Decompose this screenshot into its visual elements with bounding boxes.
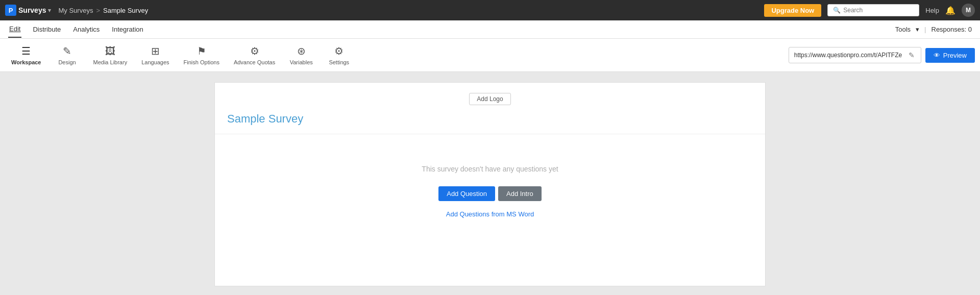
survey-header: Add Logo Sample Survey — [215, 83, 765, 134]
toolbar-design[interactable]: ✎ Design — [50, 42, 85, 68]
search-input[interactable] — [843, 7, 915, 14]
action-buttons: Add Question Add Intro — [438, 186, 542, 201]
toolbar-quotas-label: Advance Quotas — [234, 59, 275, 65]
toolbar-variables[interactable]: ⊛ Variables — [283, 42, 319, 68]
survey-container: Add Logo Sample Survey This survey doesn… — [214, 82, 766, 286]
breadcrumb-separator: > — [96, 7, 100, 14]
variables-icon: ⊛ — [297, 45, 306, 57]
bell-icon[interactable]: 🔔 — [945, 6, 955, 15]
toolbar-settings-label: Settings — [329, 59, 349, 65]
toolbar-languages[interactable]: ⊞ Languages — [135, 42, 175, 68]
ms-word-link[interactable]: Add Questions from MS Word — [446, 210, 534, 218]
top-nav-right: Upgrade Now 🔍 Help 🔔 M — [764, 4, 975, 17]
add-question-button[interactable]: Add Question — [438, 186, 495, 201]
toolbar-design-label: Design — [58, 59, 76, 65]
languages-icon: ⊞ — [151, 45, 160, 57]
toolbar-variables-label: Variables — [290, 59, 313, 65]
top-nav: P Surveys ▾ My Surveys > Sample Survey U… — [0, 0, 980, 20]
add-intro-button[interactable]: Add Intro — [498, 186, 542, 201]
toolbar-workspace[interactable]: ☰ Workspace — [5, 42, 47, 68]
responses-count: Responses: 0 — [932, 26, 972, 33]
media-library-icon: 🖼 — [105, 45, 115, 57]
nav-distribute[interactable]: Distribute — [32, 21, 62, 37]
edit-url-button[interactable]: ✎ — [908, 50, 916, 60]
finish-options-icon: ⚑ — [197, 45, 206, 57]
toolbar-settings[interactable]: ⚙ Settings — [321, 42, 357, 68]
main-content: Add Logo Sample Survey This survey doesn… — [0, 72, 980, 295]
search-box: 🔍 — [827, 4, 919, 16]
add-logo-button[interactable]: Add Logo — [469, 93, 510, 105]
toolbar-right: https://www.questionpro.com/t/APITFZe ✎ … — [789, 47, 975, 63]
upgrade-button[interactable]: Upgrade Now — [764, 4, 821, 17]
url-bar: https://www.questionpro.com/t/APITFZe ✎ — [789, 47, 921, 63]
survey-body: This survey doesn't have any questions y… — [215, 134, 765, 238]
toolbar-media-library[interactable]: 🖼 Media Library — [87, 42, 134, 68]
toolbar: ☰ Workspace ✎ Design 🖼 Media Library ⊞ L… — [0, 39, 980, 72]
chevron-down-icon: ▾ — [916, 26, 919, 33]
secondary-nav: Edit Distribute Analytics Integration To… — [0, 20, 980, 39]
toolbar-languages-label: Languages — [141, 59, 169, 65]
nav-integration[interactable]: Integration — [111, 21, 144, 37]
breadcrumb-parent[interactable]: My Surveys — [58, 7, 93, 14]
toolbar-finish-options[interactable]: ⚑ Finish Options — [178, 42, 226, 68]
breadcrumb: My Surveys > Sample Survey — [58, 7, 148, 14]
app-chevron-icon: ▾ — [48, 7, 51, 14]
empty-message: This survey doesn't have any questions y… — [422, 165, 558, 173]
toolbar-advance-quotas[interactable]: ⚙ Advance Quotas — [228, 42, 281, 68]
sec-nav-right: Tools ▾ | Responses: 0 — [895, 26, 972, 33]
design-icon: ✎ — [63, 45, 71, 57]
advance-quotas-icon: ⚙ — [250, 45, 259, 57]
settings-icon: ⚙ — [334, 45, 344, 57]
app-name: Surveys — [18, 6, 46, 14]
eye-icon: 👁 — [934, 52, 940, 59]
avatar[interactable]: M — [962, 4, 975, 17]
survey-url: https://www.questionpro.com/t/APITFZe — [794, 52, 904, 59]
help-link[interactable]: Help — [925, 7, 939, 14]
toolbar-media-label: Media Library — [93, 59, 128, 65]
nav-analytics[interactable]: Analytics — [72, 21, 101, 37]
toolbar-workspace-label: Workspace — [11, 59, 41, 65]
tools-menu[interactable]: Tools — [895, 26, 911, 33]
preview-button[interactable]: 👁 Preview — [925, 48, 975, 63]
search-icon: 🔍 — [833, 7, 841, 14]
survey-title: Sample Survey — [227, 112, 303, 126]
preview-label: Preview — [943, 52, 967, 59]
nav-edit[interactable]: Edit — [8, 21, 21, 38]
logo-icon: P — [5, 5, 16, 16]
workspace-icon: ☰ — [21, 45, 31, 57]
logo-area[interactable]: P Surveys ▾ — [5, 5, 51, 16]
toolbar-finish-label: Finish Options — [184, 59, 219, 65]
breadcrumb-current: Sample Survey — [103, 7, 148, 14]
